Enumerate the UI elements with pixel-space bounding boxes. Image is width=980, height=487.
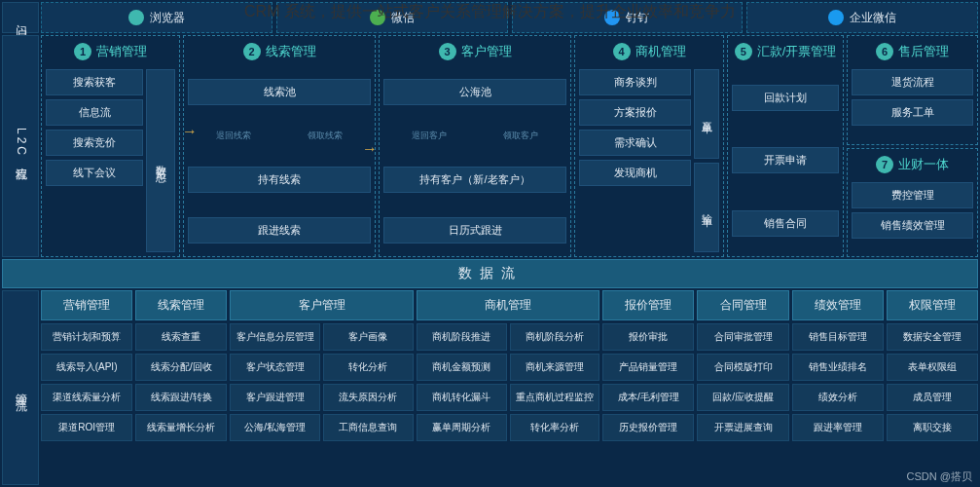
mgmt-cell[interactable]: 跟进率管理 (792, 414, 884, 441)
cell[interactable]: 回款计划 (732, 85, 839, 111)
col-title: 5 汇款/开票管理 (732, 40, 839, 65)
mgmt-cell[interactable]: 绩效分析 (792, 384, 884, 411)
hint-row: 退回客户 领取客户 (383, 130, 566, 142)
mgmt-cell[interactable]: 线索量增长分析 (135, 414, 227, 441)
side-label-mgmt: 管理流 (2, 290, 39, 485)
mgmt-cell[interactable]: 商机金额预测 (417, 354, 507, 381)
l2c-area: → → 1 营销管理 搜索获客 信息流 搜索竞价 线下会议 数据汇总 2 线索管… (41, 35, 978, 257)
cell[interactable]: 跟进线索 (188, 217, 371, 244)
mgmt-cell[interactable]: 产品销量管理 (602, 354, 694, 381)
cell[interactable]: 搜索获客 (46, 69, 143, 95)
cell[interactable]: 线下会议 (46, 160, 143, 186)
mgmt-cell[interactable]: 线索查重 (135, 323, 227, 351)
l2c-col-payment: 5 汇款/开票管理 回款计划 开票申请 销售合同 (727, 35, 844, 257)
mgmt-cell[interactable]: 重点商机过程监控 (510, 384, 600, 411)
l2c-col-marketing: 1 营销管理 搜索获客 信息流 搜索竞价 线下会议 数据汇总 (41, 35, 180, 257)
cell-lose[interactable]: 输单 (694, 163, 719, 252)
mgmt-cell[interactable]: 商机来源管理 (510, 354, 600, 381)
mgmt-cell[interactable]: 商机转化漏斗 (417, 384, 507, 411)
hint: 退回客户 (412, 130, 447, 142)
cell[interactable]: 退货流程 (852, 69, 973, 95)
mgmt-cell[interactable]: 客户画像 (323, 323, 414, 351)
cell-win[interactable]: 赢单 (694, 69, 719, 159)
col-title-text: 营销管理 (96, 43, 147, 60)
mgmt-cell[interactable]: 线索分配/回收 (135, 354, 227, 381)
mgmt-cell[interactable]: 开票进展查询 (697, 414, 788, 441)
mgmt-cell[interactable]: 营销计划和预算 (41, 323, 132, 351)
num-badge: 6 (876, 43, 893, 60)
arrow-icon: → (182, 123, 198, 140)
col-title-text: 售后管理 (898, 43, 949, 60)
col-title-text: 线索管理 (266, 43, 316, 60)
cell[interactable]: 持有线索 (188, 167, 371, 193)
mgmt-cell[interactable]: 流失原因分析 (323, 384, 414, 411)
mgmt-cell[interactable]: 商机阶段推进 (417, 323, 507, 351)
mgmt-cell[interactable]: 渠道ROI管理 (41, 414, 132, 441)
hint: 领取客户 (503, 130, 538, 142)
l2c-col-leads: 2 线索管理 线索池 退回线索 领取线索 持有线索 跟进线索 (183, 35, 376, 257)
col-title: 1 营销管理 (46, 40, 175, 65)
cell-data-summary[interactable]: 数据汇总 (146, 69, 175, 252)
num-badge: 3 (439, 43, 456, 60)
mgmt-cell[interactable]: 回款/应收提醒 (697, 384, 788, 411)
mgmt-cell[interactable]: 数据安全管理 (887, 323, 978, 351)
mgmt-cell[interactable]: 赢单周期分析 (417, 414, 507, 441)
mgmt-col-performance: 绩效管理 销售目标管理 销售业绩排名 绩效分析 跟进率管理 (792, 290, 884, 485)
mgmt-cell[interactable]: 销售业绩排名 (792, 354, 884, 381)
hint-row: 退回线索 领取线索 (188, 130, 371, 142)
cell[interactable]: 搜索竞价 (46, 130, 143, 156)
cell[interactable]: 服务工单 (852, 99, 973, 126)
mgmt-cell[interactable]: 渠道线索量分析 (41, 384, 132, 411)
mgmt-cell[interactable]: 报价审批 (602, 323, 694, 351)
num-badge: 2 (243, 43, 261, 60)
mgmt-cell[interactable]: 成本/毛利管理 (602, 384, 694, 411)
mgmt-cell[interactable]: 合同审批管理 (697, 323, 788, 351)
cell[interactable]: 持有客户（新/老客户） (383, 167, 566, 193)
mgmt-cell[interactable]: 历史报价管理 (602, 414, 694, 441)
cell[interactable]: 开票申请 (732, 147, 839, 173)
l2c-col-customers: 3 客户管理 公海池 退回客户 领取客户 持有客户（新/老客户） 日历式跟进 (379, 35, 571, 257)
mgmt-cell[interactable]: 商机阶段分析 (510, 323, 600, 351)
mgmt-area: 营销管理 营销计划和预算 线索导入(API) 渠道线索量分析 渠道ROI管理 线… (41, 290, 978, 485)
col-title-text: 商机管理 (635, 43, 686, 60)
l2c-col-aftersales: 6 售后管理 退货流程 服务工单 (847, 35, 978, 145)
footer-watermark: CSDN @搭贝 (907, 469, 972, 484)
cell[interactable]: 销售合同 (732, 210, 839, 237)
mgmt-cell[interactable]: 工商信息查询 (323, 414, 414, 441)
cell[interactable]: 信息流 (46, 99, 143, 126)
mgmt-cell[interactable]: 转化分析 (323, 354, 414, 381)
mgmt-cell[interactable]: 客户状态管理 (230, 354, 320, 381)
mgmt-cell[interactable]: 表单权限组 (887, 354, 978, 381)
cell[interactable]: 发现商机 (579, 160, 691, 186)
mgmt-cell[interactable]: 线索跟进/转换 (135, 384, 227, 411)
mgmt-cell[interactable]: 转化率分析 (510, 414, 600, 441)
mgmt-header: 合同管理 (697, 290, 788, 320)
mgmt-header: 商机管理 (417, 290, 599, 320)
mgmt-cell[interactable]: 客户跟进管理 (230, 384, 320, 411)
cell[interactable]: 商务谈判 (579, 69, 691, 95)
l2c-col-finance: 7 业财一体 费控管理 销售绩效管理 (847, 148, 978, 258)
cell[interactable]: 方案报价 (579, 99, 691, 126)
cell[interactable]: 线索池 (188, 79, 371, 105)
cell[interactable]: 公海池 (383, 79, 566, 105)
col-title: 4 商机管理 (579, 40, 719, 65)
mgmt-header: 报价管理 (602, 290, 694, 320)
side-label-l2c: L2C流程 (2, 35, 39, 257)
col-title-text: 汇款/开票管理 (757, 43, 837, 60)
mgmt-col-permission: 权限管理 数据安全管理 表单权限组 成员管理 离职交接 (887, 290, 978, 485)
cell[interactable]: 销售绩效管理 (852, 212, 973, 239)
mgmt-cell[interactable]: 销售目标管理 (792, 323, 884, 351)
mgmt-cell[interactable]: 合同模版打印 (697, 354, 788, 381)
cell[interactable]: 费控管理 (852, 182, 973, 208)
mgmt-cell[interactable]: 公海/私海管理 (230, 414, 320, 441)
cell[interactable]: 需求确认 (579, 130, 691, 156)
mgmt-cell[interactable]: 成员管理 (887, 384, 978, 411)
mgmt-cell[interactable]: 离职交接 (887, 414, 978, 441)
mgmt-col-contract: 合同管理 合同审批管理 合同模版打印 回款/应收提醒 开票进展查询 (697, 290, 788, 485)
cell[interactable]: 日历式跟进 (383, 217, 566, 244)
mgmt-header: 线索管理 (135, 290, 227, 320)
mgmt-cell[interactable]: 线索导入(API) (41, 354, 132, 381)
mgmt-col-opportunity: 商机管理 商机阶段推进 商机阶段分析 商机金额预测 商机来源管理 商机转化漏斗 … (417, 290, 599, 485)
num-badge: 4 (613, 43, 631, 60)
mgmt-cell[interactable]: 客户信息分层管理 (230, 323, 320, 351)
